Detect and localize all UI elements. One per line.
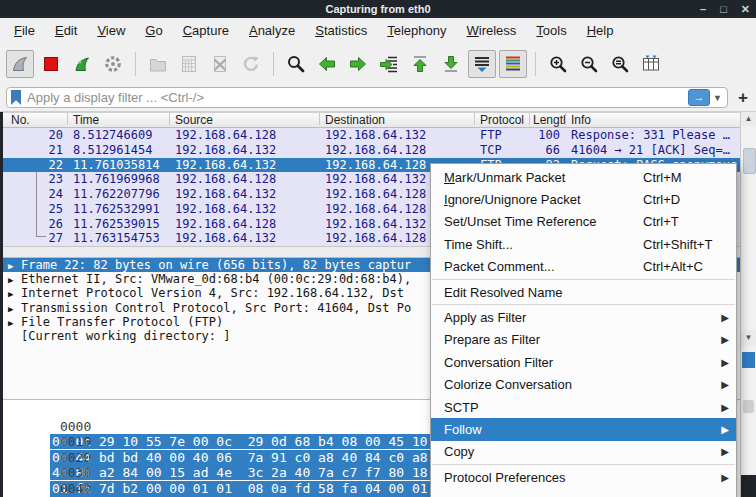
- scrollbar-up-arrow[interactable]: ▲: [741, 112, 756, 126]
- submenu-arrow-icon: ▶: [721, 424, 729, 435]
- stop-square-icon: [41, 54, 61, 74]
- menu-bar-item[interactable]: Tools: [526, 18, 576, 44]
- related-packets-indicator: [36, 172, 46, 237]
- menu-bar-item[interactable]: Statistics: [305, 18, 377, 44]
- context-menu-item[interactable]: Prepare as Filter ▶: [431, 329, 736, 351]
- wireshark-window: Capturing from eth0 – □ ✕ File Edit View…: [0, 0, 756, 497]
- toolbar-separator: [273, 52, 274, 76]
- filter-bookmark-icon[interactable]: [11, 90, 21, 105]
- auto-scroll-icon: [472, 54, 492, 74]
- submenu-arrow-icon: ▶: [721, 334, 729, 345]
- reload-icon: [241, 54, 261, 74]
- context-menu-item[interactable]: Copy ▶: [431, 441, 736, 463]
- save-file-button[interactable]: [175, 50, 203, 78]
- filter-bar: → ▼ +: [0, 84, 756, 112]
- column-header-destination[interactable]: Destination: [325, 113, 385, 127]
- packet-list-header: No. Time Source Destination Protocol Len…: [3, 112, 740, 128]
- go-forward-button[interactable]: [344, 50, 372, 78]
- menu-bar-item[interactable]: View: [87, 18, 135, 44]
- maximize-button[interactable]: □: [720, 0, 727, 18]
- go-to-bottom-button[interactable]: [437, 50, 465, 78]
- close-file-button[interactable]: [206, 50, 234, 78]
- arrow-right-icon: [348, 54, 368, 74]
- colored-lines-icon: [503, 54, 523, 74]
- context-menu-item[interactable]: Edit Resolved Name ▶: [431, 281, 736, 303]
- details-scrollbar-handle[interactable]: [742, 352, 755, 368]
- display-filter-input[interactable]: [21, 90, 688, 105]
- expander-triangle-icon[interactable]: ▶: [8, 316, 13, 330]
- bytes-scrollbar-handle[interactable]: [743, 400, 754, 413]
- context-menu-item[interactable]: Colorize Conversation ▶: [431, 374, 736, 396]
- auto-scroll-toggle[interactable]: [468, 50, 496, 78]
- zoom-reset-button[interactable]: [606, 50, 634, 78]
- packet-list-scrollbar-handle[interactable]: [743, 148, 756, 174]
- context-menu-item[interactable]: Apply as Filter ▶: [431, 306, 736, 328]
- packet-row[interactable]: 21 8.512961454 192.168.64.132 192.168.64…: [3, 143, 740, 158]
- scrollbar-strip: ▲ ▼: [740, 112, 756, 497]
- context-menu-item[interactable]: Ignore/Unignore Packet Ctrl+D ▶: [431, 188, 736, 210]
- expander-triangle-icon[interactable]: ▶: [8, 302, 13, 316]
- go-to-top-button[interactable]: [406, 50, 434, 78]
- zoom-out-button[interactable]: [575, 50, 603, 78]
- menu-bar-item[interactable]: Help: [577, 18, 624, 44]
- packet-row[interactable]: 20 8.512746609 192.168.64.128 192.168.64…: [3, 128, 740, 143]
- main-toolbar: [0, 44, 756, 84]
- column-header-length[interactable]: Length: [533, 113, 565, 127]
- arrow-up-bar-icon: [410, 54, 430, 74]
- submenu-arrow-icon: ▶: [721, 379, 729, 390]
- submenu-arrow-icon: ▶: [721, 446, 729, 457]
- submenu-arrow-icon: ▶: [721, 312, 729, 323]
- menu-bar-item[interactable]: File: [4, 18, 45, 44]
- menu-bar-item[interactable]: Telephony: [377, 18, 456, 44]
- expander-triangle-icon[interactable]: ▶: [8, 259, 13, 273]
- column-header-source[interactable]: Source: [175, 113, 213, 127]
- find-packet-button[interactable]: [282, 50, 310, 78]
- expander-triangle-icon[interactable]: ▶: [8, 287, 13, 301]
- menu-bar-item[interactable]: Go: [135, 18, 172, 44]
- resize-columns-button[interactable]: [637, 50, 665, 78]
- menu-bar-item[interactable]: Wireless: [457, 18, 527, 44]
- green-shark-fin-icon: [72, 54, 92, 74]
- submenu-arrow-icon: ▶: [721, 402, 729, 413]
- context-menu-item[interactable]: Packet Comment... Ctrl+Alt+C ▶: [431, 256, 736, 278]
- expander-triangle-icon[interactable]: ▶: [8, 273, 13, 287]
- column-header-info[interactable]: Info: [571, 113, 591, 127]
- context-menu-item[interactable]: Set/Unset Time Reference Ctrl+T ▶: [431, 211, 736, 233]
- menu-bar-item[interactable]: Analyze: [239, 18, 305, 44]
- close-button[interactable]: ✕: [741, 0, 750, 18]
- context-menu-item[interactable]: Follow ▶: [431, 418, 736, 440]
- context-menu-item[interactable]: Protocol Preferences ▶: [431, 466, 736, 488]
- scrollbar-down-arrow[interactable]: ▼: [741, 330, 756, 346]
- close-document-icon: [210, 54, 230, 74]
- minimize-button[interactable]: –: [700, 0, 706, 18]
- column-header-no[interactable]: No.: [11, 113, 30, 127]
- context-menu-item[interactable]: Mark/Unmark Packet Ctrl+M ▶: [431, 166, 736, 188]
- column-header-protocol[interactable]: Protocol: [480, 113, 524, 127]
- go-back-button[interactable]: [313, 50, 341, 78]
- save-document-icon: [179, 54, 199, 74]
- filter-dropdown-caret[interactable]: ▼: [713, 93, 722, 103]
- column-header-time[interactable]: Time: [73, 113, 99, 127]
- display-filter-box[interactable]: → ▼: [6, 87, 728, 108]
- apply-filter-button[interactable]: →: [688, 89, 710, 106]
- colorize-toggle[interactable]: [499, 50, 527, 78]
- open-file-button[interactable]: [144, 50, 172, 78]
- folder-icon: [148, 54, 168, 74]
- capture-restart-button[interactable]: [68, 50, 96, 78]
- capture-options-button[interactable]: [99, 50, 127, 78]
- reload-button[interactable]: [237, 50, 265, 78]
- add-filter-button[interactable]: +: [738, 87, 748, 108]
- window-edge: [0, 112, 3, 497]
- submenu-arrow-icon: ▶: [721, 472, 729, 483]
- context-menu-item[interactable]: SCTP ▶: [431, 396, 736, 418]
- context-menu-item[interactable]: Time Shift... Ctrl+Shift+T ▶: [431, 233, 736, 255]
- magnifier-icon: [286, 54, 306, 74]
- menu-bar-item[interactable]: Edit: [45, 18, 87, 44]
- go-to-packet-button[interactable]: [375, 50, 403, 78]
- menu-bar-item[interactable]: Capture: [173, 18, 239, 44]
- context-menu-item[interactable]: Conversation Filter ▶: [431, 351, 736, 373]
- zoom-in-button[interactable]: [544, 50, 572, 78]
- capture-stop-button[interactable]: [37, 50, 65, 78]
- shark-fin-icon: [10, 54, 30, 74]
- capture-start-button[interactable]: [6, 50, 34, 78]
